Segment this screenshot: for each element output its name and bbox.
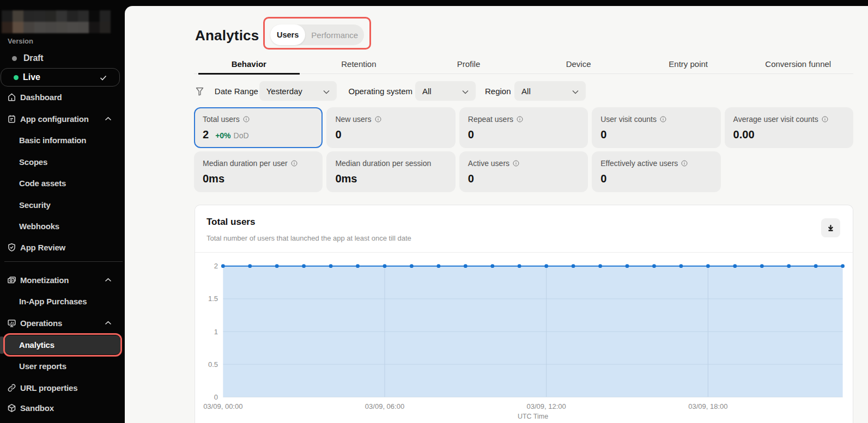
svg-text:2: 2 <box>214 262 218 270</box>
svg-text:UTC Time: UTC Time <box>518 413 548 420</box>
svg-text:03/09, 00:00: 03/09, 00:00 <box>203 402 242 410</box>
svg-text:03/09, 18:00: 03/09, 18:00 <box>688 402 727 410</box>
svg-text:03/09, 12:00: 03/09, 12:00 <box>527 402 566 410</box>
svg-text:1.5: 1.5 <box>208 295 218 303</box>
svg-text:03/09, 06:00: 03/09, 06:00 <box>365 402 404 410</box>
svg-text:0: 0 <box>214 393 218 401</box>
svg-text:0.5: 0.5 <box>208 360 218 369</box>
svg-text:1: 1 <box>214 328 218 336</box>
